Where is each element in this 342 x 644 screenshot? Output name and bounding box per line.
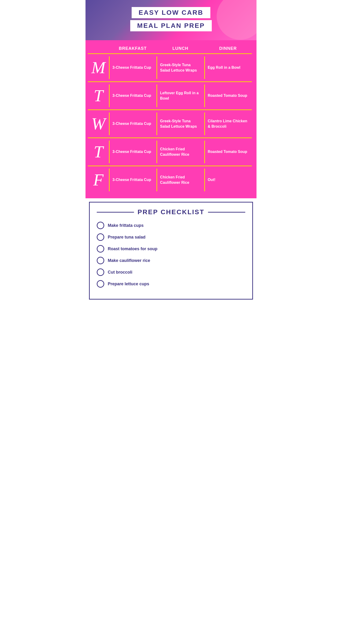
checklist-item-3[interactable]: Make cauliflower rice — [97, 257, 245, 264]
meal-plan-section: BREAKFAST LUNCH DINNER M 3-Cheese Fritta… — [86, 40, 256, 198]
day-letter-4: F — [88, 168, 109, 191]
breakfast-cell-4: 3-Cheese Frittata Cup — [109, 168, 156, 191]
meal-row-0: M 3-Cheese Frittata Cup Greek-Style Tuna… — [88, 53, 252, 82]
meal-row-4: F 3-Cheese Frittata Cup Chicken Fried Ca… — [88, 166, 252, 194]
checklist-item-0[interactable]: Make frittata cups — [97, 222, 245, 229]
checklist-label-3: Make cauliflower rice — [108, 258, 150, 263]
day-letter-2: W — [88, 112, 109, 135]
breakfast-cell-2: 3-Cheese Frittata Cup — [109, 112, 156, 135]
dinner-text-0: Egg Roll in a Bowl — [208, 65, 241, 70]
lunch-text-2: Greek-Style Tuna Salad Lettuce Wraps — [160, 118, 201, 129]
checklist-label-2: Roast tomatoes for soup — [108, 246, 157, 252]
checklist-item-2[interactable]: Roast tomatoes for soup — [97, 245, 245, 252]
meal-row-1: T 3-Cheese Frittata Cup Leftover Egg Rol… — [88, 82, 252, 110]
breakfast-text-4: 3-Cheese Frittata Cup — [112, 177, 151, 182]
col-header-dinner: DINNER — [204, 45, 252, 52]
breakfast-cell-3: 3-Cheese Frittata Cup — [109, 140, 156, 163]
title-box-1: EASY LOW CARB — [132, 7, 211, 18]
breakfast-text-0: 3-Cheese Frittata Cup — [112, 65, 151, 70]
col-header-breakfast: BREAKFAST — [109, 45, 156, 52]
checklist-item-5[interactable]: Prepare lettuce cups — [97, 280, 245, 288]
checklist-circle-5[interactable] — [97, 280, 104, 288]
checklist-title: PREP CHECKLIST — [97, 208, 245, 216]
checklist-label-0: Make frittata cups — [108, 223, 144, 228]
lunch-cell-4: Chicken Fried Cauliflower Rice — [156, 168, 204, 191]
meal-row-3: T 3-Cheese Frittata Cup Chicken Fried Ca… — [88, 138, 252, 166]
title-box-2: MEAL PLAN PREP — [130, 20, 212, 31]
dinner-cell-3: Roasted Tomato Soup — [204, 140, 252, 163]
checklist-items-container: Make frittata cups Prepare tuna salad Ro… — [97, 222, 245, 288]
lunch-cell-1: Leftover Egg Roll in a Bowl — [156, 84, 204, 107]
day-letter-1: T — [88, 84, 109, 107]
checklist-item-1[interactable]: Prepare tuna salad — [97, 233, 245, 241]
checklist-circle-4[interactable] — [97, 268, 104, 276]
breakfast-cell-0: 3-Cheese Frittata Cup — [109, 56, 156, 79]
breakfast-text-1: 3-Cheese Frittata Cup — [112, 93, 151, 98]
dinner-cell-4: Out! — [204, 168, 252, 191]
checklist-circle-1[interactable] — [97, 233, 104, 241]
checklist-label-5: Prepare lettuce cups — [108, 282, 149, 286]
lunch-text-3: Chicken Fried Cauliflower Rice — [160, 146, 201, 157]
header-section: EASY LOW CARB MEAL PLAN PREP — [86, 0, 256, 40]
checklist-label-4: Cut broccoli — [108, 270, 132, 275]
dinner-text-4: Out! — [208, 177, 216, 182]
lunch-text-4: Chicken Fried Cauliflower Rice — [160, 175, 201, 185]
dinner-text-3: Roasted Tomato Soup — [208, 149, 247, 154]
breakfast-cell-1: 3-Cheese Frittata Cup — [109, 84, 156, 107]
dinner-text-2: Cilantro Lime Chicken & Broccoli — [208, 118, 249, 129]
title-line-2: MEAL PLAN PREP — [137, 22, 205, 30]
lunch-cell-3: Chicken Fried Cauliflower Rice — [156, 140, 204, 163]
checklist-circle-0[interactable] — [97, 222, 104, 229]
breakfast-text-3: 3-Cheese Frittata Cup — [112, 149, 151, 154]
checklist-label-1: Prepare tuna salad — [108, 235, 145, 240]
lunch-text-0: Greek-Style Tuna Salad Lettuce Wraps — [160, 62, 201, 73]
checklist-circle-2[interactable] — [97, 245, 104, 252]
lunch-text-1: Leftover Egg Roll in a Bowl — [160, 90, 201, 101]
lunch-cell-0: Greek-Style Tuna Salad Lettuce Wraps — [156, 56, 204, 79]
dinner-text-1: Roasted Tomato Soup — [208, 93, 247, 98]
day-letter-3: T — [88, 140, 109, 163]
col-header-day — [88, 45, 109, 52]
checklist-circle-3[interactable] — [97, 257, 104, 264]
breakfast-text-2: 3-Cheese Frittata Cup — [112, 121, 151, 126]
day-letter-0: M — [88, 56, 109, 79]
dinner-cell-2: Cilantro Lime Chicken & Broccoli — [204, 112, 252, 135]
meal-rows-container: M 3-Cheese Frittata Cup Greek-Style Tuna… — [88, 53, 252, 194]
lunch-cell-2: Greek-Style Tuna Salad Lettuce Wraps — [156, 112, 204, 135]
checklist-item-4[interactable]: Cut broccoli — [97, 268, 245, 276]
checklist-section: PREP CHECKLIST Make frittata cups Prepar… — [89, 202, 253, 300]
meal-row-2: W 3-Cheese Frittata Cup Greek-Style Tuna… — [88, 110, 252, 138]
dinner-cell-0: Egg Roll in a Bowl — [204, 56, 252, 79]
dinner-cell-1: Roasted Tomato Soup — [204, 84, 252, 107]
title-line-1: EASY LOW CARB — [139, 9, 204, 16]
col-header-lunch: LUNCH — [156, 45, 204, 52]
column-headers: BREAKFAST LUNCH DINNER — [88, 42, 252, 53]
